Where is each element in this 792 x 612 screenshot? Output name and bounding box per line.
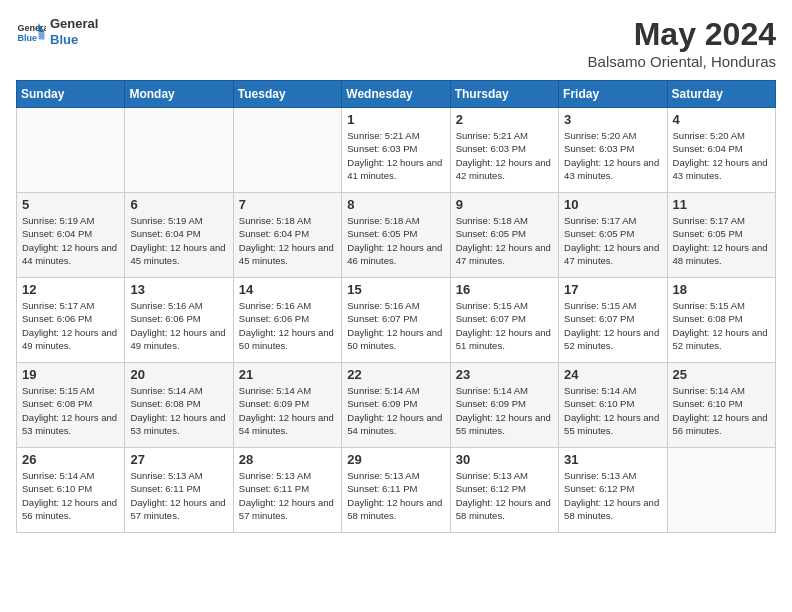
day-number: 8	[347, 197, 444, 212]
table-row: 31Sunrise: 5:13 AM Sunset: 6:12 PM Dayli…	[559, 448, 667, 533]
day-number: 21	[239, 367, 336, 382]
table-row: 18Sunrise: 5:15 AM Sunset: 6:08 PM Dayli…	[667, 278, 775, 363]
table-row	[17, 108, 125, 193]
day-detail: Sunrise: 5:14 AM Sunset: 6:09 PM Dayligh…	[239, 384, 336, 437]
table-row: 27Sunrise: 5:13 AM Sunset: 6:11 PM Dayli…	[125, 448, 233, 533]
table-row: 17Sunrise: 5:15 AM Sunset: 6:07 PM Dayli…	[559, 278, 667, 363]
day-detail: Sunrise: 5:13 AM Sunset: 6:11 PM Dayligh…	[347, 469, 444, 522]
day-detail: Sunrise: 5:20 AM Sunset: 6:04 PM Dayligh…	[673, 129, 770, 182]
day-number: 10	[564, 197, 661, 212]
table-row: 10Sunrise: 5:17 AM Sunset: 6:05 PM Dayli…	[559, 193, 667, 278]
day-number: 12	[22, 282, 119, 297]
table-row: 24Sunrise: 5:14 AM Sunset: 6:10 PM Dayli…	[559, 363, 667, 448]
day-detail: Sunrise: 5:15 AM Sunset: 6:07 PM Dayligh…	[456, 299, 553, 352]
header-tuesday: Tuesday	[233, 81, 341, 108]
table-row: 21Sunrise: 5:14 AM Sunset: 6:09 PM Dayli…	[233, 363, 341, 448]
day-detail: Sunrise: 5:15 AM Sunset: 6:08 PM Dayligh…	[22, 384, 119, 437]
table-row: 4Sunrise: 5:20 AM Sunset: 6:04 PM Daylig…	[667, 108, 775, 193]
table-row	[233, 108, 341, 193]
day-number: 11	[673, 197, 770, 212]
page-header: General Blue General Blue May 2024 Balsa…	[16, 16, 776, 70]
day-detail: Sunrise: 5:16 AM Sunset: 6:06 PM Dayligh…	[130, 299, 227, 352]
day-detail: Sunrise: 5:17 AM Sunset: 6:06 PM Dayligh…	[22, 299, 119, 352]
day-detail: Sunrise: 5:14 AM Sunset: 6:10 PM Dayligh…	[22, 469, 119, 522]
calendar-week-row: 26Sunrise: 5:14 AM Sunset: 6:10 PM Dayli…	[17, 448, 776, 533]
day-number: 3	[564, 112, 661, 127]
table-row: 9Sunrise: 5:18 AM Sunset: 6:05 PM Daylig…	[450, 193, 558, 278]
table-row: 28Sunrise: 5:13 AM Sunset: 6:11 PM Dayli…	[233, 448, 341, 533]
table-row: 30Sunrise: 5:13 AM Sunset: 6:12 PM Dayli…	[450, 448, 558, 533]
day-detail: Sunrise: 5:14 AM Sunset: 6:10 PM Dayligh…	[673, 384, 770, 437]
table-row: 19Sunrise: 5:15 AM Sunset: 6:08 PM Dayli…	[17, 363, 125, 448]
day-number: 26	[22, 452, 119, 467]
day-detail: Sunrise: 5:16 AM Sunset: 6:06 PM Dayligh…	[239, 299, 336, 352]
day-detail: Sunrise: 5:16 AM Sunset: 6:07 PM Dayligh…	[347, 299, 444, 352]
header-saturday: Saturday	[667, 81, 775, 108]
day-detail: Sunrise: 5:17 AM Sunset: 6:05 PM Dayligh…	[673, 214, 770, 267]
table-row: 13Sunrise: 5:16 AM Sunset: 6:06 PM Dayli…	[125, 278, 233, 363]
day-number: 24	[564, 367, 661, 382]
day-number: 27	[130, 452, 227, 467]
table-row: 8Sunrise: 5:18 AM Sunset: 6:05 PM Daylig…	[342, 193, 450, 278]
table-row: 12Sunrise: 5:17 AM Sunset: 6:06 PM Dayli…	[17, 278, 125, 363]
logo: General Blue General Blue	[16, 16, 98, 47]
logo-icon: General Blue	[16, 17, 46, 47]
day-number: 31	[564, 452, 661, 467]
location-subtitle: Balsamo Oriental, Honduras	[588, 53, 776, 70]
calendar-week-row: 1Sunrise: 5:21 AM Sunset: 6:03 PM Daylig…	[17, 108, 776, 193]
day-detail: Sunrise: 5:14 AM Sunset: 6:09 PM Dayligh…	[456, 384, 553, 437]
day-number: 9	[456, 197, 553, 212]
day-number: 29	[347, 452, 444, 467]
table-row: 6Sunrise: 5:19 AM Sunset: 6:04 PM Daylig…	[125, 193, 233, 278]
day-detail: Sunrise: 5:13 AM Sunset: 6:11 PM Dayligh…	[239, 469, 336, 522]
calendar-table: Sunday Monday Tuesday Wednesday Thursday…	[16, 80, 776, 533]
month-year-title: May 2024	[588, 16, 776, 53]
day-number: 13	[130, 282, 227, 297]
day-number: 14	[239, 282, 336, 297]
table-row: 14Sunrise: 5:16 AM Sunset: 6:06 PM Dayli…	[233, 278, 341, 363]
table-row	[667, 448, 775, 533]
table-row	[125, 108, 233, 193]
table-row: 22Sunrise: 5:14 AM Sunset: 6:09 PM Dayli…	[342, 363, 450, 448]
table-row: 23Sunrise: 5:14 AM Sunset: 6:09 PM Dayli…	[450, 363, 558, 448]
table-row: 3Sunrise: 5:20 AM Sunset: 6:03 PM Daylig…	[559, 108, 667, 193]
header-thursday: Thursday	[450, 81, 558, 108]
day-number: 4	[673, 112, 770, 127]
day-number: 25	[673, 367, 770, 382]
day-detail: Sunrise: 5:21 AM Sunset: 6:03 PM Dayligh…	[347, 129, 444, 182]
header-sunday: Sunday	[17, 81, 125, 108]
calendar-week-row: 5Sunrise: 5:19 AM Sunset: 6:04 PM Daylig…	[17, 193, 776, 278]
table-row: 15Sunrise: 5:16 AM Sunset: 6:07 PM Dayli…	[342, 278, 450, 363]
day-detail: Sunrise: 5:21 AM Sunset: 6:03 PM Dayligh…	[456, 129, 553, 182]
day-number: 30	[456, 452, 553, 467]
day-number: 7	[239, 197, 336, 212]
day-detail: Sunrise: 5:18 AM Sunset: 6:04 PM Dayligh…	[239, 214, 336, 267]
day-number: 15	[347, 282, 444, 297]
day-number: 23	[456, 367, 553, 382]
logo-blue-text: Blue	[50, 32, 98, 48]
header-friday: Friday	[559, 81, 667, 108]
calendar-header-row: Sunday Monday Tuesday Wednesday Thursday…	[17, 81, 776, 108]
table-row: 29Sunrise: 5:13 AM Sunset: 6:11 PM Dayli…	[342, 448, 450, 533]
logo-general-text: General	[50, 16, 98, 32]
day-detail: Sunrise: 5:18 AM Sunset: 6:05 PM Dayligh…	[347, 214, 444, 267]
table-row: 2Sunrise: 5:21 AM Sunset: 6:03 PM Daylig…	[450, 108, 558, 193]
day-detail: Sunrise: 5:14 AM Sunset: 6:09 PM Dayligh…	[347, 384, 444, 437]
day-number: 20	[130, 367, 227, 382]
svg-text:Blue: Blue	[18, 33, 38, 43]
day-detail: Sunrise: 5:18 AM Sunset: 6:05 PM Dayligh…	[456, 214, 553, 267]
day-number: 1	[347, 112, 444, 127]
day-number: 6	[130, 197, 227, 212]
day-number: 17	[564, 282, 661, 297]
day-detail: Sunrise: 5:14 AM Sunset: 6:08 PM Dayligh…	[130, 384, 227, 437]
day-number: 2	[456, 112, 553, 127]
day-detail: Sunrise: 5:20 AM Sunset: 6:03 PM Dayligh…	[564, 129, 661, 182]
header-monday: Monday	[125, 81, 233, 108]
day-detail: Sunrise: 5:17 AM Sunset: 6:05 PM Dayligh…	[564, 214, 661, 267]
day-detail: Sunrise: 5:13 AM Sunset: 6:12 PM Dayligh…	[564, 469, 661, 522]
day-number: 22	[347, 367, 444, 382]
table-row: 1Sunrise: 5:21 AM Sunset: 6:03 PM Daylig…	[342, 108, 450, 193]
day-detail: Sunrise: 5:15 AM Sunset: 6:07 PM Dayligh…	[564, 299, 661, 352]
svg-marker-3	[39, 32, 45, 40]
calendar-week-row: 12Sunrise: 5:17 AM Sunset: 6:06 PM Dayli…	[17, 278, 776, 363]
